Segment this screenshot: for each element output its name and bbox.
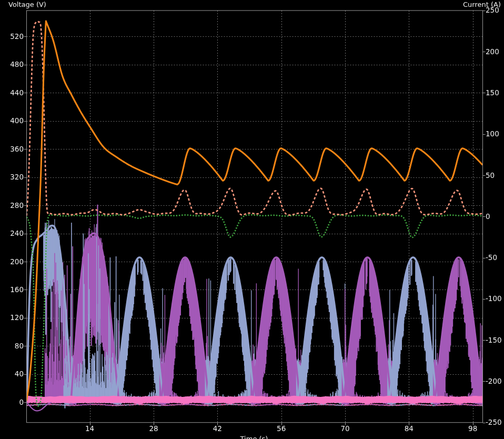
left-axis-tick-label: 200 bbox=[0, 258, 24, 266]
right-axis-tick-label: 150 bbox=[486, 89, 499, 97]
x-axis-tick-label: 56 bbox=[269, 425, 294, 433]
left-axis-tick-label: 160 bbox=[0, 286, 24, 294]
right-axis-tick-label: -250 bbox=[486, 418, 502, 426]
left-axis-tick-label: 240 bbox=[0, 230, 24, 237]
left-axis-tick-label: 360 bbox=[0, 145, 24, 153]
left-axis-tick-label: 280 bbox=[0, 202, 24, 209]
right-axis-tick-label: -50 bbox=[486, 254, 497, 262]
left-axis-tick-label: 40 bbox=[0, 370, 24, 378]
x-axis-title: Time (s) bbox=[228, 435, 280, 439]
left-axis-tick-label: 120 bbox=[0, 314, 24, 322]
right-axis-tick-label: -150 bbox=[486, 336, 502, 344]
right-axis-tick-label: 200 bbox=[486, 48, 499, 56]
x-axis-tick-label: 98 bbox=[461, 425, 485, 433]
right-axis-tick-label: -200 bbox=[486, 377, 502, 385]
chart-canvas bbox=[0, 0, 504, 439]
x-axis-tick-label: 28 bbox=[142, 425, 166, 433]
right-axis-tick-label: 250 bbox=[486, 6, 499, 14]
left-axis-tick-label: 80 bbox=[0, 342, 24, 350]
right-axis-tick-label: 0 bbox=[486, 213, 490, 221]
oscilloscope-chart: Voltage (V) Current (A) Time (s) 0408012… bbox=[0, 0, 504, 439]
x-axis-tick-label: 70 bbox=[333, 425, 357, 433]
x-axis-tick-label: 84 bbox=[397, 425, 421, 433]
right-axis-tick-label: 100 bbox=[486, 130, 499, 138]
right-axis-tick-label: -100 bbox=[486, 295, 502, 303]
left-axis-tick-label: 320 bbox=[0, 173, 24, 181]
right-axis-tick-label: 50 bbox=[486, 172, 495, 179]
left-axis-tick-label: 0 bbox=[0, 398, 24, 406]
left-axis-tick-label: 480 bbox=[0, 61, 24, 68]
left-axis-tick-label: 520 bbox=[0, 33, 24, 41]
x-axis-tick-label: 42 bbox=[205, 425, 229, 433]
left-axis-tick-label: 400 bbox=[0, 117, 24, 125]
x-axis-tick-label: 14 bbox=[78, 425, 102, 433]
left-axis-tick-label: 440 bbox=[0, 89, 24, 97]
left-axis-title: Voltage (V) bbox=[8, 1, 46, 8]
